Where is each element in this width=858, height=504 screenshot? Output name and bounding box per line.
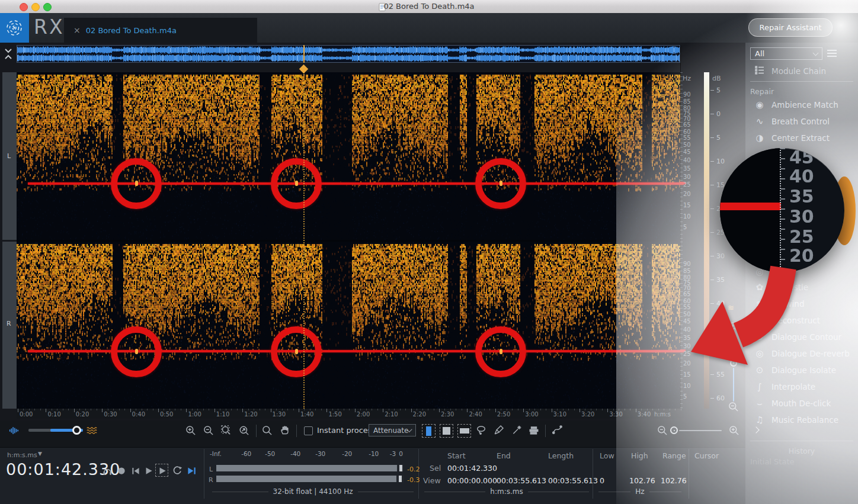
zoom-out-icon[interactable] (203, 425, 214, 436)
monitor-icon[interactable] (102, 466, 113, 476)
overview-canvas[interactable] (17, 46, 680, 62)
overview-playhead[interactable] (303, 45, 305, 63)
hand-tool-icon[interactable] (279, 425, 290, 435)
vertical-zoom-track-upper[interactable] (733, 335, 734, 361)
collapse-overview-icon[interactable] (3, 47, 14, 63)
vertical-zoom-knob[interactable] (730, 359, 737, 367)
module-item-breath-control[interactable]: ∿Breath Control (745, 113, 858, 130)
play-to-end-button[interactable] (186, 466, 197, 476)
spectrogram-left-channel[interactable] (17, 72, 680, 240)
zoom-to-selection-icon[interactable] (221, 425, 232, 436)
module-item-de-wind[interactable]: ≋De-wind (745, 296, 858, 312)
freq-range-value[interactable]: 102.76 (661, 476, 687, 485)
tab-close-icon[interactable]: × (73, 25, 81, 35)
skip-to-start-button[interactable] (130, 466, 141, 476)
history-item[interactable]: Initial State (750, 457, 795, 466)
magic-wand-tool-icon[interactable] (511, 425, 522, 435)
freq-low-value[interactable]: 0 (600, 476, 604, 485)
module-item-deconstruct[interactable]: ◈Deconstruct (745, 312, 858, 329)
h-zoom-out-icon[interactable] (657, 425, 668, 436)
module-chain-label: Module Chain (771, 66, 826, 76)
loop-playback-button[interactable] (172, 466, 183, 476)
gain-bars-icon[interactable] (529, 425, 539, 435)
module-item-de-rustle[interactable]: ✿De-rustle (745, 279, 858, 296)
meter-scale-label: 0 (399, 450, 403, 457)
time-tick (186, 409, 187, 412)
repair-assistant-button[interactable]: Repair Assistant (748, 18, 833, 37)
h-zoom-in-icon[interactable] (729, 425, 739, 436)
vertical-zoom-out-icon[interactable] (728, 402, 739, 412)
module-item-ambience-match[interactable]: ◉Ambience Match (745, 97, 858, 113)
freq-tick-label: 5 (683, 224, 687, 230)
module-sidebar: All Module Chain Repair ◉Ambience Match∿… (745, 43, 858, 504)
freq-tick-label: 20 (683, 360, 691, 367)
time-ruler[interactable]: 0:000:100:200:300:400:501:001:101:201:30… (17, 409, 684, 419)
time-format-label[interactable]: h:m:s.ms (7, 451, 37, 459)
magnifier-callout: 454035302520 (720, 148, 844, 272)
time-tick (495, 409, 496, 412)
time-tick (158, 409, 159, 412)
meter-scale: -Inf.-60-50-40-30-20-10-30 (209, 450, 416, 457)
time-tick (523, 409, 524, 412)
freq-header-low: Low (600, 451, 614, 460)
meter-fill-left (216, 465, 397, 471)
view-start-value[interactable]: 00:00:00.000 (447, 476, 497, 485)
meter-scale-label: -30 (315, 450, 325, 457)
spectrogram-canvas-right[interactable] (17, 242, 680, 409)
toolbar-separator (296, 425, 297, 437)
curve-tool-icon[interactable] (552, 424, 563, 435)
vertical-zoom-track-lower[interactable] (733, 368, 734, 402)
freq-high-value[interactable]: 102.76 (629, 476, 655, 485)
module-filter-dropdown[interactable]: All (750, 47, 822, 60)
module-item-dialogue-de-reverb[interactable]: ◎Dialogue De-reverb (745, 345, 858, 362)
menu-icon[interactable] (827, 50, 837, 57)
spectrogram-view-icon[interactable] (87, 425, 97, 436)
spectrogram-right-channel[interactable] (17, 242, 680, 409)
time-frequency-selection-tool[interactable] (440, 424, 453, 438)
time-tick (214, 409, 215, 412)
frequency-selection-tool[interactable] (457, 424, 471, 438)
freq-tick-label: 45 (683, 149, 691, 155)
lasso-tool-icon[interactable] (476, 425, 486, 435)
time-selection-tool[interactable] (422, 424, 436, 438)
view-length-value[interactable]: 00:03:55.613 (548, 476, 598, 485)
module-item-music-rebalance[interactable]: ♫Music Rebalance (745, 412, 858, 428)
module-item-dialogue-isolate[interactable]: ⊙Dialogue Isolate (745, 362, 858, 378)
view-end-value[interactable]: 00:03:55.613 (497, 476, 546, 485)
module-label: De-rustle (771, 283, 808, 292)
time-ruler-minor-ticks (18, 409, 681, 410)
zoom-full-icon[interactable] (239, 425, 249, 436)
db-tick-label: 35 (710, 276, 725, 284)
process-mode-dropdown[interactable]: Attenuate (369, 424, 416, 436)
blend-slider-knob[interactable] (72, 426, 81, 435)
module-item-dialogue-contour[interactable]: ⊘Dialogue Contour (745, 329, 858, 345)
spectrogram-canvas-left[interactable] (17, 72, 680, 240)
play-button[interactable] (143, 466, 154, 476)
annotation-circle (271, 158, 322, 209)
freq-axis-left: 90858075706560555045403530252015105 (683, 72, 701, 240)
module-chain-item[interactable]: Module Chain (745, 63, 858, 79)
de-wind-icon: ≋ (754, 298, 765, 309)
module-item-mouth-de-click[interactable]: ⌣Mouth De-click (745, 395, 858, 412)
selection-unit-row: h:m:s.ms (424, 487, 589, 496)
cursor-header: Cursor (694, 451, 719, 460)
brush-tool-icon[interactable] (494, 425, 504, 435)
record-button[interactable] (116, 466, 127, 476)
magnify-tool-icon[interactable] (262, 425, 273, 436)
col-header-start: Start (447, 451, 466, 460)
zoom-in-icon[interactable] (185, 425, 196, 436)
file-tab[interactable]: × 02 Bored To Death.m4a (64, 18, 257, 43)
sel-start-value[interactable]: 00:01:42.330 (447, 464, 497, 473)
module-item-interpolate[interactable]: ∫Interpolate (745, 378, 858, 395)
instant-process-checkbox[interactable] (304, 426, 313, 435)
h-zoom-knob[interactable] (670, 426, 678, 434)
time-format-chevron-icon[interactable]: ▼ (38, 451, 42, 457)
vertical-zoom-in-icon[interactable] (728, 322, 739, 332)
waveform-overview[interactable] (17, 45, 680, 63)
waveform-view-icon[interactable] (9, 425, 20, 436)
rx-logo: RX (34, 15, 65, 38)
module-item-center-extract[interactable]: ◑Center Extract (745, 130, 858, 146)
h-zoom-track[interactable] (679, 430, 722, 431)
play-selection-button[interactable] (155, 464, 168, 477)
time-tick (636, 409, 636, 412)
